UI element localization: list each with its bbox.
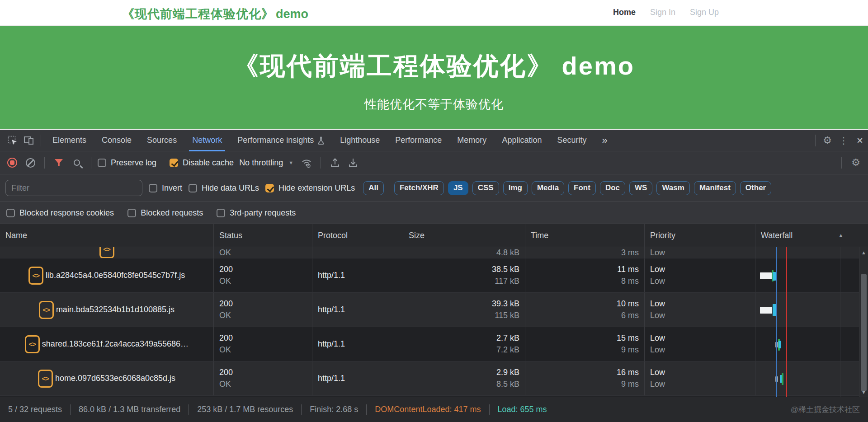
toolbar-divider-3: [163, 157, 163, 169]
preserve-log-checkbox[interactable]: Preserve log: [98, 158, 156, 168]
blocked-response-cookies-checkbox[interactable]: Blocked response cookies: [6, 208, 114, 218]
filter-type-doc[interactable]: Doc: [600, 181, 625, 195]
js-file-icon: <>: [99, 247, 114, 258]
import-har-icon[interactable]: [327, 155, 343, 170]
filter-type-media[interactable]: Media: [532, 181, 564, 195]
disable-cache-checkbox[interactable]: Disable cache: [170, 158, 234, 168]
waterfall-bars: [755, 327, 868, 361]
request-name: main.bda532534b1b1d100885.js: [56, 305, 175, 314]
hide-extension-urls-checkbox-box[interactable]: [265, 184, 274, 192]
scroll-up-icon[interactable]: ▲: [859, 250, 868, 255]
column-header-status[interactable]: Status: [214, 224, 312, 247]
filter-type-all[interactable]: All: [363, 181, 384, 195]
hero-banner: 《现代前端工程体验优化》 demo 性能优化不等于体验优化: [0, 26, 868, 129]
third-party-requests-box[interactable]: [217, 209, 225, 217]
column-header-protocol[interactable]: Protocol: [312, 224, 403, 247]
network-toolbar: Preserve log Disable cache No throttling…: [0, 151, 868, 174]
waterfall-bars: [755, 293, 868, 327]
tabbar-divider: [41, 135, 41, 146]
tab-application[interactable]: Application: [494, 130, 549, 151]
hide-data-urls-checkbox[interactable]: Hide data URLs: [189, 183, 259, 193]
table-row-lib[interactable]: <> lib.a284c5a4.0e5840fc8fe0545c7b7f.js …: [0, 258, 868, 293]
hide-extension-urls-checkbox[interactable]: Hide extension URLs: [265, 183, 355, 193]
throttling-dropdown[interactable]: No throttling ▼: [236, 158, 296, 168]
scroll-down-icon[interactable]: ▼: [859, 389, 868, 395]
statusbar-divider: [189, 404, 189, 415]
tab-performance-insights[interactable]: Performance insights: [230, 130, 332, 151]
flask-icon: [317, 136, 325, 145]
table-row-partial[interactable]: <> OK 4.8 kB 3 ms Low: [0, 247, 868, 258]
request-name: shared.183ce61f.2ca4acca349a55686…: [42, 339, 189, 349]
toolbar-divider-4: [321, 157, 321, 169]
tab-performance[interactable]: Performance: [387, 130, 449, 151]
blocked-response-cookies-box[interactable]: [6, 209, 15, 217]
table-vertical-scrollbar[interactable]: ▲ ▼: [859, 247, 868, 397]
inspect-element-icon[interactable]: [5, 133, 21, 148]
tab-lighthouse[interactable]: Lighthouse: [332, 130, 387, 151]
network-requests-table: Name Status Protocol Size Time Priority …: [0, 224, 868, 397]
filter-input[interactable]: [5, 180, 142, 196]
export-har-icon[interactable]: [345, 155, 361, 170]
table-row-home[interactable]: <> home.097d6533ec6068a0c85d.js 200OK ht…: [0, 361, 868, 396]
filter-type-font[interactable]: Font: [568, 181, 596, 195]
blocked-requests-box[interactable]: [127, 209, 136, 217]
column-header-priority[interactable]: Priority: [645, 224, 755, 247]
record-network-log-icon[interactable]: [5, 155, 20, 170]
filter-funnel-icon[interactable]: [51, 155, 66, 170]
tab-sources[interactable]: Sources: [139, 130, 184, 151]
scrollbar-thumb[interactable]: [861, 274, 867, 391]
hero-title: 《现代前端工程体验优化》 demo: [0, 26, 868, 84]
waterfall-gridline: [840, 247, 840, 397]
nav-signup-link[interactable]: Sign Up: [690, 8, 719, 17]
preserve-log-checkbox-box[interactable]: [98, 159, 106, 167]
filter-type-js[interactable]: JS: [448, 181, 468, 195]
request-name: lib.a284c5a4.0e5840fc8fe0545c7b7f.js: [46, 271, 185, 280]
toolbar-divider-1: [44, 157, 45, 169]
device-toolbar-icon[interactable]: [21, 133, 37, 148]
clear-network-log-icon[interactable]: [23, 155, 38, 170]
tab-elements[interactable]: Elements: [45, 130, 94, 151]
filter-type-wasm[interactable]: Wasm: [656, 181, 689, 195]
table-row-shared[interactable]: <> shared.183ce61f.2ca4acca349a55686… 20…: [0, 327, 868, 361]
column-header-name[interactable]: Name: [0, 224, 214, 247]
column-header-waterfall[interactable]: Waterfall ▲: [755, 224, 868, 247]
filter-type-css[interactable]: CSS: [472, 181, 499, 195]
table-row-main[interactable]: <> main.bda532534b1b1d100885.js 200OK ht…: [0, 293, 868, 327]
third-party-requests-checkbox[interactable]: 3rd-party requests: [217, 208, 296, 218]
request-name: home.097d6533ec6068a0c85d.js: [55, 374, 175, 383]
table-body: <> OK 4.8 kB 3 ms Low <> lib.a284c5a4.0e…: [0, 247, 868, 397]
more-tabs-button[interactable]: »: [594, 130, 614, 151]
requests-count: 5 / 32 requests: [8, 405, 62, 414]
network-settings-gear-icon[interactable]: ⚙: [848, 155, 863, 170]
settings-gear-icon[interactable]: ⚙: [819, 133, 835, 148]
pill-divider: [389, 182, 389, 194]
request-type-filters: All Fetch/XHR JS CSS Img Media Font Doc …: [363, 181, 771, 195]
filter-type-other[interactable]: Other: [740, 181, 771, 195]
invert-checkbox[interactable]: Invert: [149, 183, 182, 193]
hide-data-urls-checkbox-box[interactable]: [189, 184, 197, 192]
filter-type-img[interactable]: Img: [503, 181, 528, 195]
tab-security[interactable]: Security: [549, 130, 594, 151]
network-conditions-icon[interactable]: [299, 155, 314, 170]
filter-type-ws[interactable]: WS: [629, 181, 652, 195]
kebab-menu-icon[interactable]: ⋮: [835, 133, 852, 148]
invert-checkbox-box[interactable]: [149, 184, 157, 192]
nav-home-link[interactable]: Home: [613, 8, 636, 17]
filter-type-manifest[interactable]: Manifest: [694, 181, 736, 195]
waterfall-bars: [755, 361, 868, 395]
close-devtools-icon[interactable]: ×: [852, 133, 868, 148]
transferred-size: 86.0 kB / 1.3 MB transferred: [79, 405, 180, 414]
blocked-requests-checkbox[interactable]: Blocked requests: [127, 208, 203, 218]
site-title-cn: 《现代前端工程体验优化》: [122, 7, 274, 21]
disable-cache-checkbox-box[interactable]: [170, 159, 178, 167]
tab-console[interactable]: Console: [94, 130, 139, 151]
statusbar-divider: [301, 404, 302, 415]
search-icon[interactable]: [69, 155, 85, 170]
filter-type-fetch-xhr[interactable]: Fetch/XHR: [394, 181, 444, 195]
watermark: @稀土掘金技术社区: [791, 404, 860, 415]
tab-memory[interactable]: Memory: [449, 130, 494, 151]
tab-network[interactable]: Network: [184, 130, 230, 151]
column-header-time[interactable]: Time: [525, 224, 645, 247]
column-header-size[interactable]: Size: [403, 224, 525, 247]
nav-signin-link[interactable]: Sign In: [650, 8, 675, 17]
